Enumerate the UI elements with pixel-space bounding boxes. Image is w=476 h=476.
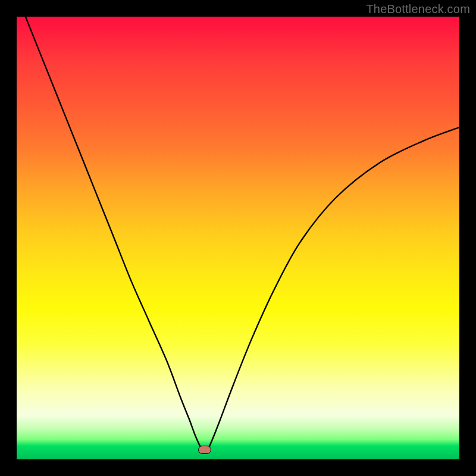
curve-svg: [17, 17, 459, 459]
plot-area: [17, 17, 459, 459]
chart-frame: TheBottleneck.com: [0, 0, 476, 476]
bottleneck-curve: [26, 17, 459, 452]
watermark-text: TheBottleneck.com: [366, 2, 470, 16]
optimum-marker: [198, 446, 211, 454]
